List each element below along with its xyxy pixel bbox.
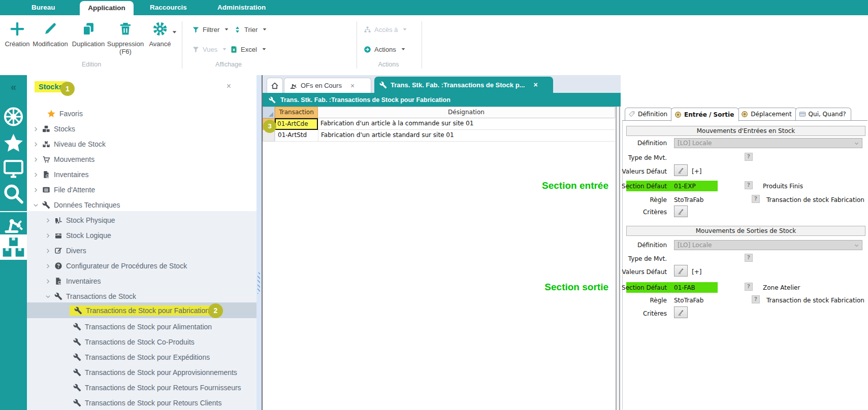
close-icon[interactable]: ×	[350, 82, 355, 90]
menu-tab-administration[interactable]: Administration	[217, 0, 266, 15]
modification-button[interactable]: Modification	[30, 21, 70, 48]
home-tab[interactable]	[267, 78, 283, 93]
chevron-right-icon[interactable]	[33, 142, 39, 147]
sidebar-item-donnees-techniques[interactable]: Données Techniques	[27, 197, 256, 213]
help-button[interactable]: ?	[745, 181, 753, 189]
sidebar-splitter[interactable]	[256, 75, 262, 410]
menu-tab-bureau[interactable]: Bureau	[31, 0, 55, 15]
actions-label: Actions	[374, 46, 396, 53]
copy-pages-icon	[81, 21, 96, 37]
tab-trans-stk-fab[interactable]: Trans. Stk. Fab. :Transactions de Stock …	[374, 77, 553, 93]
table-cell-transaction[interactable]: 01-ArtCde	[275, 118, 318, 130]
section-defaut-value[interactable]: 01-EXP	[674, 182, 696, 190]
picker-button[interactable]	[674, 306, 688, 318]
tab-entree-sortie[interactable]: Entrée / Sortie	[671, 108, 739, 121]
chevron-right-icon[interactable]	[45, 263, 51, 269]
sidebar-item-mouvements[interactable]: Mouvements	[27, 152, 256, 167]
sidebar-item-niveau-de-stock[interactable]: Niveau de Stock	[27, 136, 256, 152]
excel-caret-icon	[262, 47, 267, 52]
transactions-table: Transaction Désignation 01-ArtCde Fabric…	[263, 107, 615, 410]
tab-definition[interactable]: Définition	[625, 108, 672, 120]
search-icon[interactable]	[0, 183, 27, 205]
panel-splitter[interactable]	[616, 107, 620, 410]
filtrer-button[interactable]: Filtrer	[192, 24, 229, 35]
chevron-right-icon[interactable]	[45, 218, 51, 223]
plus-link[interactable]: [+]	[692, 268, 701, 276]
chevron-right-icon[interactable]	[33, 157, 39, 162]
trier-button[interactable]: Trier	[234, 24, 267, 35]
panel-tabs: Définition Entrée / Sortie Déplacement Q…	[625, 108, 850, 121]
stocks-module-icon[interactable]	[0, 234, 27, 260]
sidebar-item-trans-retours-clients[interactable]: Transactions de Stock pour Retours Clien…	[27, 395, 256, 410]
sidebar-item-configurateur[interactable]: Configurateur de Procédures de Stock	[27, 258, 256, 274]
sidebar-item-trans-expeditions[interactable]: Transactions de Stock pour Expéditions	[27, 350, 256, 365]
help-button[interactable]: ?	[745, 254, 753, 262]
help-button[interactable]: ?	[745, 153, 753, 161]
tab-qui-quand[interactable]: Qui, Quand?	[795, 108, 851, 120]
menu-tab-raccourcis[interactable]: Raccourcis	[150, 0, 187, 15]
actions-button[interactable]: Actions	[364, 44, 406, 54]
chevron-down-icon[interactable]	[33, 202, 39, 208]
tab-label: Qui, Quand?	[809, 109, 846, 120]
section-defaut-value[interactable]: 01-FAB	[674, 284, 695, 292]
chevron-right-icon[interactable]	[45, 248, 51, 254]
chevron-right-icon[interactable]	[33, 187, 39, 193]
favorites-star-icon[interactable]	[0, 132, 27, 154]
close-icon[interactable]: ×	[533, 81, 537, 89]
table-cell-designation[interactable]: Fabrication d'un article standard sur si…	[318, 130, 615, 142]
production-robot-icon[interactable]	[0, 211, 27, 235]
excel-button[interactable]: Excel	[230, 44, 267, 54]
sidebar-item-stock-physique[interactable]: Stock Physique	[27, 213, 256, 228]
column-header-transaction[interactable]: Transaction	[275, 107, 318, 118]
sidebar-item-divers[interactable]: Divers	[27, 243, 256, 258]
table-cell-designation[interactable]: Fabrication d'un article à la commande s…	[318, 118, 615, 130]
picker-button[interactable]	[674, 164, 688, 176]
help-button[interactable]: ?	[752, 295, 760, 303]
duplication-button[interactable]: Duplication	[69, 21, 108, 48]
wrench-icon	[379, 81, 387, 89]
regle-value[interactable]: StoTraFab	[674, 196, 703, 204]
sidebar-item-trans-approvisionnements[interactable]: Transactions de Stock pour Approvisionne…	[27, 365, 256, 380]
sidebar-item-transactions-de-stock[interactable]: Transactions de Stock	[27, 289, 256, 304]
chevron-right-icon[interactable]	[33, 126, 39, 132]
table-cell-transaction[interactable]: 01-ArtStd	[275, 130, 318, 142]
help-button[interactable]: ?	[745, 283, 753, 291]
sidebar-item-trans-alimentation[interactable]: Transactions de Stock pour Alimentation	[27, 319, 256, 334]
splitter-grip[interactable]	[258, 272, 260, 294]
regle-value[interactable]: StoTraFab	[674, 296, 703, 304]
sidebar-item-inventaires-2[interactable]: Inventaires	[27, 274, 256, 289]
definition-combobox[interactable]: [LO] Locale	[674, 240, 862, 250]
picker-button[interactable]	[674, 265, 688, 277]
sidebar-item-stock-logique[interactable]: Stock Logique	[27, 228, 256, 243]
tab-deplacement[interactable]: Déplacement	[737, 108, 796, 120]
avance-caret-icon[interactable]	[172, 29, 177, 35]
hand-picker-icon	[677, 267, 685, 275]
menu-tab-application[interactable]: Application	[80, 1, 134, 15]
column-header-designation[interactable]: Désignation	[318, 107, 615, 118]
suppression-button[interactable]: Suppression (F6)	[106, 21, 145, 55]
wrench-icon	[73, 338, 81, 346]
chevron-down-icon[interactable]	[45, 294, 51, 299]
collapse-sidebar-button[interactable]: «	[0, 79, 27, 94]
sidebar-item-stocks[interactable]: Stocks	[27, 121, 256, 136]
plus-link[interactable]: [+]	[692, 167, 701, 176]
sidebar-item-trans-co-produits[interactable]: Transactions de Stock Co-Produits	[27, 334, 256, 350]
sidebar-item-trans-retours-fournisseurs[interactable]: Transactions de Stock pour Retours Fourn…	[27, 380, 256, 395]
avance-label: Avancé	[140, 40, 180, 48]
chevron-right-icon[interactable]	[33, 172, 39, 178]
chevron-right-icon[interactable]	[45, 233, 51, 238]
modules-wheel-icon[interactable]	[0, 106, 27, 128]
sidebar-item-file-dattente[interactable]: File d'Attente	[27, 182, 256, 197]
sidebar-item-inventaires[interactable]: Inventaires	[27, 167, 256, 182]
tab-ofs-en-cours[interactable]: OFs en Cours ×	[284, 78, 371, 93]
table-corner-cell[interactable]	[263, 107, 275, 118]
chevron-right-icon[interactable]	[45, 279, 51, 284]
desktop-monitor-icon[interactable]	[0, 157, 27, 180]
sidebar-close-icon[interactable]: ×	[227, 82, 231, 90]
help-button[interactable]: ?	[752, 195, 760, 203]
question-circle-icon	[54, 262, 62, 270]
picker-button[interactable]	[674, 206, 688, 217]
filtrer-label: Filtrer	[203, 26, 219, 33]
definition-combobox[interactable]: [LO] Locale	[674, 138, 862, 148]
sidebar-item-favoris[interactable]: Favoris	[27, 106, 256, 121]
